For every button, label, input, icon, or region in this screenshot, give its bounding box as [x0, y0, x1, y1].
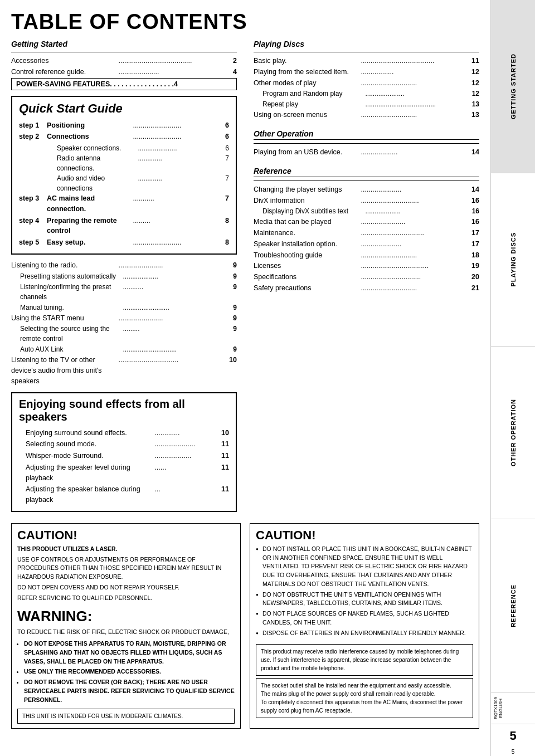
step1-entry: step 1 Positioning .....................… [19, 120, 229, 131]
step2-sub2: Radio antenna connections. .............… [19, 153, 229, 173]
page-number: 5 [491, 724, 535, 748]
toc-control-ref: Control reference guide. ...............… [11, 67, 237, 77]
reference-header: Reference [254, 167, 479, 177]
step2-sub3: Audio and video connections ............… [19, 173, 229, 193]
getting-started-header: Getting Started [11, 40, 237, 48]
toc-program-random: Program and Random play ................… [254, 89, 479, 99]
warning-title: WARNING: [17, 608, 235, 625]
enjoying-entry3: Whisper-mode Surround. .................… [19, 451, 229, 461]
radio-interference-note: This product may receive radio interfere… [256, 644, 473, 676]
toc-speaker-install: Speaker installation option. ...........… [254, 239, 479, 250]
toc-accessories: Accessories ............................… [11, 56, 237, 66]
step2-sub1: Speaker connections. ...................… [19, 143, 229, 153]
toc-auto-aux: Auto AUX Link ..........................… [11, 344, 237, 354]
toc-listening-radio: Listening to the radio. ................… [11, 260, 237, 271]
toc-safety: Safety precautions .....................… [254, 283, 479, 294]
enjoying-entry2: Selecting sound mode. ..................… [19, 439, 229, 450]
model-number: RQTX1309ENGLISH [491, 692, 535, 724]
toc-divx-info: DivX information .......................… [254, 196, 479, 206]
caution-left-title: CAUTION! [17, 528, 235, 543]
toc-other-modes: Other modes of play ....................… [254, 78, 479, 89]
toc-maintenance: Maintenance. ...........................… [254, 228, 479, 238]
sidebar-tab-reference: Reference [491, 519, 535, 692]
playing-discs-header: Playing Discs [254, 40, 479, 48]
other-operation-header: Other Operation [254, 129, 479, 140]
toc-player-settings: Changing the player settings ...........… [254, 184, 479, 195]
enjoying-entry5: Adjusting the speaker balance during pla… [19, 484, 229, 505]
caution-row: CAUTION! THIS PRODUCT UTILIZES A LASER. … [11, 523, 479, 729]
quick-start-title: Quick Start Guide [19, 101, 229, 116]
step3-entry: step 3 AC mains lead connection. .......… [19, 193, 229, 214]
page-title: TABLE OF CONTENTS [11, 10, 479, 34]
toc-media-played: Media that can be played ...............… [254, 217, 479, 227]
toc-manual-tuning: Manual tuning. .........................… [11, 303, 237, 313]
right-sidebar: Getting Started Playing Discs Other Oper… [490, 0, 535, 756]
climate-note: THIS UNIT IS INTENDED FOR USE IN MODERAT… [17, 709, 235, 724]
toc-presetting: Presetting stations automatically ......… [11, 271, 237, 281]
step5-entry: step 5 Easy setup. .....................… [19, 237, 229, 248]
caution-box-right: CAUTION! DO NOT INSTALL OR PLACE THIS UN… [250, 523, 479, 729]
toc-divx-subtitles: Displaying DivX subtitles text .........… [254, 206, 479, 216]
quick-start-box: Quick Start Guide step 1 Positioning ...… [11, 96, 237, 255]
toc-usb-device: Playing from an USB device. ............… [254, 147, 479, 158]
sidebar-tab-playing-discs: Playing Discs [491, 173, 535, 347]
toc-start-menu: Using the START menu ...................… [11, 313, 237, 324]
sidebar-tab-other-operation: Other Operation [491, 347, 535, 520]
toc-playing-selected: Playing from the selected item. ........… [254, 67, 479, 77]
warning-body: TO REDUCE THE RISK OF FIRE, ELECTRIC SHO… [17, 627, 235, 704]
toc-troubleshooting: Troubleshooting guide ..................… [254, 250, 479, 261]
step2-entry: step 2 Connections .....................… [19, 131, 229, 142]
page-number-small: 5 [491, 748, 535, 756]
caution-left-body: THIS PRODUCT UTILIZES A LASER. USE OF CO… [17, 545, 235, 603]
enjoying-sound-box: Enjoying sound effects from all speakers… [11, 392, 237, 512]
socket-note: The socket outlet shall be installed nea… [256, 678, 473, 718]
toc-licenses: Licenses ...............................… [254, 261, 479, 271]
sidebar-tab-getting-started: Getting Started [491, 0, 535, 173]
enjoying-title: Enjoying sound effects from all speakers [19, 398, 229, 423]
caution-right-title: CAUTION! [256, 528, 473, 543]
enjoying-entry1: Enjoying surround sound effects. .......… [19, 428, 229, 438]
step4-entry: step 4 Preparing the remote control ....… [19, 216, 229, 237]
power-saving-entry: POWER-SAVING FEATURES. . . . . . . . . .… [11, 78, 237, 90]
toc-listening-tv: Listening to the TV or other device's au… [11, 355, 237, 386]
toc-selecting-source: Selecting the source using the remote co… [11, 324, 237, 344]
toc-specifications: Specifications .........................… [254, 272, 479, 282]
toc-listening-confirming: Listening/confirming the preset channels… [11, 282, 237, 302]
right-column: Playing Discs Basic play. ..............… [254, 40, 479, 518]
toc-on-screen: Using on-screen menus ..................… [254, 110, 479, 120]
enjoying-entry4: Adjusting the speaker level during playb… [19, 462, 229, 484]
left-column: Getting Started Accessories ............… [11, 40, 237, 518]
toc-repeat-play: Repeat play ............................… [254, 99, 479, 109]
caution-right-body: DO NOT INSTALL OR PLACE THIS UNIT IN A B… [256, 545, 473, 638]
caution-box-left: CAUTION! THIS PRODUCT UTILIZES A LASER. … [11, 523, 241, 729]
toc-basic-play: Basic play. ............................… [254, 56, 479, 66]
